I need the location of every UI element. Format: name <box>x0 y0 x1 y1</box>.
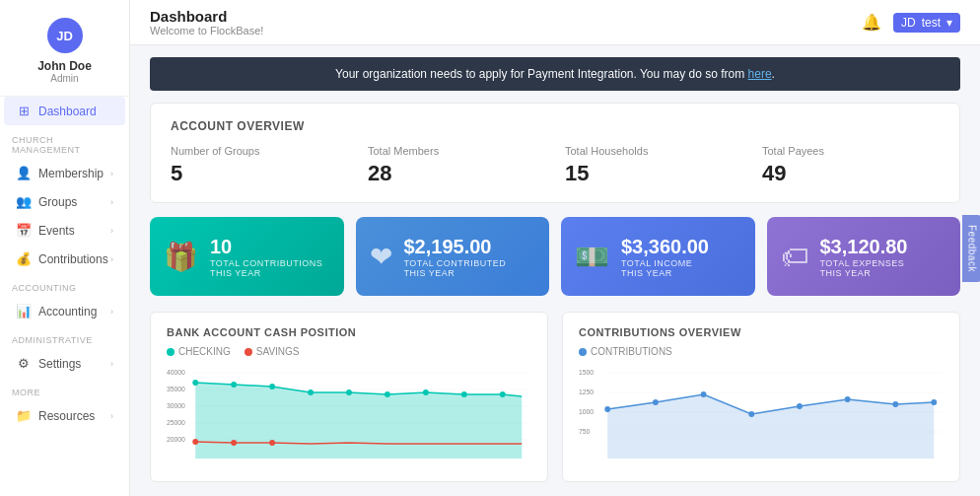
user-menu[interactable]: JD test ▾ <box>893 13 960 33</box>
gift-icon: 🎁 <box>164 241 198 273</box>
groups-icon: 👥 <box>16 194 32 209</box>
stat-contributions-count-value: 10 <box>210 236 322 258</box>
income-icon: 💵 <box>575 241 609 273</box>
payment-banner: Your organization needs to apply for Pay… <box>150 57 960 91</box>
sidebar-item-membership[interactable]: 👤 Membership › <box>4 159 125 187</box>
overview-grid: Number of Groups 5 Total Members 28 Tota… <box>171 145 940 186</box>
chevron-right-icon: › <box>110 169 113 178</box>
bank-chart-card: BANK ACCOUNT CASH POSITION CHECKING SAVI… <box>150 312 548 482</box>
overview-groups: Number of Groups 5 <box>171 145 348 186</box>
stat-cards: 🎁 10 TOTAL CONTRIBUTIONSTHIS YEAR ❤ $2,1… <box>150 217 960 296</box>
avatar: JD <box>47 18 83 53</box>
checking-legend-dot <box>167 348 175 356</box>
resources-icon: 📁 <box>16 408 32 423</box>
account-overview-title: ACCOUNT OVERVIEW <box>171 119 940 133</box>
sidebar-username: John Doe <box>37 59 92 73</box>
feedback-tab[interactable]: Feedback <box>963 215 980 282</box>
sidebar-item-dashboard[interactable]: ⊞ Dashboard <box>4 97 125 125</box>
svg-point-34 <box>701 391 707 397</box>
bank-chart-svg: 40000 35000 30000 25000 20000 <box>167 365 531 463</box>
sidebar-role: Admin <box>50 73 78 84</box>
svg-point-36 <box>797 403 803 409</box>
sidebar-item-label: Dashboard <box>38 105 97 118</box>
content-area: Your organization needs to apply for Pay… <box>130 45 980 496</box>
sidebar: JD John Doe Admin ⊞ Dashboard CHURCH MAN… <box>0 0 130 496</box>
overview-groups-label: Number of Groups <box>171 145 348 157</box>
svg-text:40000: 40000 <box>167 369 185 376</box>
sidebar-item-groups[interactable]: 👥 Groups › <box>4 187 125 216</box>
stat-expenses-label: TOTAL EXPENSESTHIS YEAR <box>820 258 908 278</box>
main-area: Dashboard Welcome to FlockBase! 🔔 JD tes… <box>130 0 980 496</box>
savings-legend-dot <box>245 348 252 356</box>
sidebar-item-label: Accounting <box>38 305 97 319</box>
topbar: Dashboard Welcome to FlockBase! 🔔 JD tes… <box>130 0 980 45</box>
topbar-right: 🔔 JD test ▾ <box>862 13 960 33</box>
settings-icon: ⚙ <box>16 356 32 371</box>
notification-icon[interactable]: 🔔 <box>862 13 881 32</box>
sidebar-item-label: Membership <box>38 167 104 180</box>
svg-point-20 <box>192 439 198 445</box>
sidebar-item-label: Groups <box>38 195 77 209</box>
stat-card-income: 💵 $3,360.00 TOTAL INCOMETHIS YEAR <box>561 217 755 296</box>
account-overview-card: ACCOUNT OVERVIEW Number of Groups 5 Tota… <box>150 103 960 203</box>
stat-card-contributions-count: 🎁 10 TOTAL CONTRIBUTIONSTHIS YEAR <box>150 217 344 296</box>
chevron-right-icon: › <box>110 254 113 264</box>
svg-point-12 <box>231 382 237 388</box>
legend-checking-label: CHECKING <box>178 346 231 357</box>
sidebar-item-label: Resources <box>38 409 95 423</box>
svg-point-38 <box>892 401 898 407</box>
overview-members-label: Total Members <box>368 145 545 157</box>
page-subtitle: Welcome to FlockBase! <box>150 25 263 36</box>
sidebar-section-more: MORE <box>0 378 129 401</box>
stat-contributions-count-label: TOTAL CONTRIBUTIONSTHIS YEAR <box>210 258 322 278</box>
svg-point-19 <box>500 391 506 397</box>
legend-contributions-label: CONTRIBUTIONS <box>591 346 672 357</box>
banner-trailing: . <box>772 67 775 81</box>
contributions-legend-dot <box>579 348 587 356</box>
sidebar-item-resources[interactable]: 📁 Resources › <box>4 401 125 430</box>
sidebar-item-contributions[interactable]: 💰 Contributions › <box>4 245 125 273</box>
stat-card-contributed: ❤ $2,195.00 TOTAL CONTRIBUTEDTHIS YEAR <box>356 217 550 296</box>
legend-checking: CHECKING <box>167 346 231 357</box>
page-title: Dashboard <box>150 8 263 25</box>
svg-point-32 <box>604 406 610 412</box>
svg-text:1000: 1000 <box>579 408 594 415</box>
banner-link[interactable]: here <box>748 67 772 81</box>
svg-point-14 <box>308 390 314 395</box>
contributions-chart-legend: CONTRIBUTIONS <box>579 346 944 357</box>
stat-expenses-value: $3,120.80 <box>820 236 908 258</box>
accounting-icon: 📊 <box>16 304 32 319</box>
chevron-right-icon: › <box>110 359 113 369</box>
stat-card-expenses: 🏷 $3,120.80 TOTAL EXPENSESTHIS YEAR <box>767 217 961 296</box>
overview-households-value: 15 <box>565 161 742 186</box>
svg-point-22 <box>269 440 275 446</box>
svg-point-21 <box>231 440 237 446</box>
sidebar-item-label: Events <box>38 224 75 238</box>
sidebar-item-label: Settings <box>38 357 81 371</box>
sidebar-section-accounting: ACCOUNTING <box>0 273 129 297</box>
sidebar-item-accounting[interactable]: 📊 Accounting › <box>4 297 125 325</box>
svg-text:1500: 1500 <box>579 369 594 376</box>
sidebar-item-settings[interactable]: ⚙ Settings › <box>4 349 125 378</box>
svg-point-39 <box>931 399 937 405</box>
stat-contributed-value: $2,195.00 <box>404 236 507 258</box>
sidebar-item-events[interactable]: 📅 Events › <box>4 216 125 245</box>
overview-households-label: Total Households <box>565 145 742 157</box>
bank-chart-title: BANK ACCOUNT CASH POSITION <box>167 326 531 338</box>
svg-point-18 <box>461 391 467 397</box>
user-menu-chevron-icon: ▾ <box>946 16 952 30</box>
banner-text: Your organization needs to apply for Pay… <box>335 67 747 81</box>
svg-point-17 <box>423 390 429 395</box>
events-icon: 📅 <box>16 223 32 238</box>
overview-members-value: 28 <box>368 161 545 186</box>
svg-text:35000: 35000 <box>167 386 185 392</box>
legend-savings-label: SAVINGS <box>256 346 300 357</box>
chevron-right-icon: › <box>110 197 113 207</box>
contributions-chart-title: CONTRIBUTIONS OVERVIEW <box>579 326 944 338</box>
stat-contributed-label: TOTAL CONTRIBUTEDTHIS YEAR <box>404 258 507 278</box>
overview-groups-value: 5 <box>171 161 348 186</box>
overview-members: Total Members 28 <box>368 145 545 186</box>
tag-icon: 🏷 <box>781 241 808 273</box>
bank-chart-legend: CHECKING SAVINGS <box>167 346 531 357</box>
dashboard-icon: ⊞ <box>16 104 32 118</box>
